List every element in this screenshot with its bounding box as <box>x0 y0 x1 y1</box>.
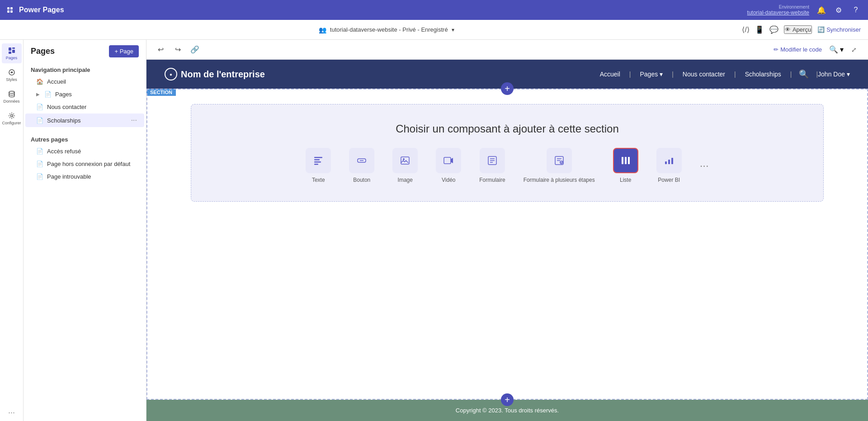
site-info: 👥 tutorial-dataverse-website - Privé - E… <box>31 26 742 33</box>
doc-icon-3: 📄 <box>36 161 43 167</box>
doc-icon-2: 📄 <box>36 148 43 155</box>
add-page-button[interactable]: + Page <box>109 45 139 57</box>
component-chooser: Choisir un composant à ajouter à cette s… <box>191 104 824 202</box>
svg-rect-2 <box>12 50 15 53</box>
user-menu[interactable]: John Doe ▾ <box>818 71 850 78</box>
svg-point-6 <box>10 115 13 117</box>
component-formulaire-etapes[interactable]: Formulaire à plusieurs étapes <box>524 148 595 183</box>
component-formulaire[interactable]: Formulaire <box>479 148 505 183</box>
logo-circle: ● <box>165 68 177 80</box>
site-nav-accueil[interactable]: Accueil <box>591 71 629 78</box>
home-icon: 🏠 <box>36 78 43 85</box>
svg-rect-25 <box>625 157 627 164</box>
page-section-wrapper: SECTION + Choisir un composant à ajouter… <box>146 89 868 400</box>
comment-icon[interactable]: 💬 <box>769 25 778 34</box>
preview-button[interactable]: 👁 Aperçu <box>784 25 812 34</box>
svg-rect-8 <box>314 159 320 161</box>
sidebar-item-accueil[interactable]: 🏠 Accueil <box>25 76 144 88</box>
icon-nav: Pages Styles Données Configurer ··· <box>0 40 24 421</box>
eye-icon: 👁 <box>785 26 791 33</box>
site-nav-scholarships[interactable]: Scholarships <box>736 71 790 78</box>
editor-toolbar: ↩ ↪ 🔗 ✏ Modifier le code 🔍 ▾ ⤢ <box>146 40 868 60</box>
other-pages-label: Autres pages <box>24 132 146 145</box>
component-power-bi[interactable]: Power BI <box>656 148 682 183</box>
environment-label: Environnement tutorial-dataverse-website <box>747 5 809 16</box>
nav-configure[interactable]: Configurer <box>2 109 22 128</box>
svg-rect-3 <box>9 52 11 54</box>
top-bar: Power Pages Environnement tutorial-datav… <box>0 0 868 20</box>
component-liste[interactable]: Liste <box>613 148 638 183</box>
second-bar: 👥 tutorial-dataverse-website - Privé - E… <box>0 20 868 40</box>
expand-icon: ▶ <box>36 92 40 97</box>
nav-pages[interactable]: Pages <box>2 43 22 63</box>
help-icon[interactable]: ? <box>851 5 861 15</box>
component-image[interactable]: Image <box>392 148 418 183</box>
code-icon: ✏ <box>774 46 778 53</box>
svg-point-14 <box>403 158 405 160</box>
more-options-icon[interactable]: ··· <box>8 408 15 417</box>
site-logo: ● Nom de l'entreprise <box>165 68 265 80</box>
redo-button[interactable]: ↪ <box>171 43 184 57</box>
more-components-icon[interactable]: ··· <box>700 159 709 172</box>
site-nav-pages[interactable]: Pages ▾ <box>631 71 672 78</box>
user-dropdown-icon: ▾ <box>847 71 850 78</box>
pages-panel-header: Pages + Page <box>24 45 146 63</box>
search-icon[interactable]: 🔍 <box>792 69 816 79</box>
svg-rect-27 <box>665 161 667 164</box>
sidebar-item-page-introuvable[interactable]: 📄 Page introuvable <box>25 170 144 183</box>
sync-icon: 🔄 <box>817 26 825 33</box>
svg-rect-7 <box>314 157 322 158</box>
svg-rect-24 <box>622 157 623 164</box>
svg-point-5 <box>9 91 14 94</box>
svg-rect-29 <box>671 158 673 164</box>
component-bouton[interactable]: Bouton <box>349 148 374 183</box>
expand-button[interactable]: ⤢ <box>847 43 861 57</box>
pages-panel: Pages + Page Navigation principale 🏠 Acc… <box>24 40 146 421</box>
component-texte[interactable]: Texte <box>306 148 331 183</box>
nav-data[interactable]: Données <box>2 87 22 107</box>
content-section: Choisir un composant à ajouter à cette s… <box>146 89 868 400</box>
nav-main-label: Navigation principale <box>24 63 146 75</box>
svg-rect-10 <box>314 164 318 165</box>
component-list: Texte Bouton <box>306 148 708 183</box>
sidebar-item-scholarships[interactable]: 📄 Scholarships ··· <box>25 114 144 127</box>
editor-area: ● Nom de l'entreprise Accueil | Pages ▾ … <box>146 60 868 421</box>
link-button[interactable]: 🔗 <box>188 43 202 57</box>
svg-rect-0 <box>9 47 11 51</box>
more-icon[interactable]: ··· <box>131 116 137 124</box>
add-section-bottom-button[interactable]: + <box>501 393 514 406</box>
sidebar-item-acces-refuse[interactable]: 📄 Accès refusé <box>25 145 144 157</box>
doc-icon: 📄 <box>36 104 43 110</box>
svg-rect-1 <box>12 47 15 49</box>
zoom-control[interactable]: 🔍 ▾ <box>829 45 844 54</box>
sync-button[interactable]: 🔄 Synchroniser <box>817 26 861 33</box>
app-title: Power Pages <box>19 6 64 14</box>
nav-styles[interactable]: Styles <box>2 65 22 85</box>
mobile-icon[interactable]: 📱 <box>755 25 764 34</box>
component-video[interactable]: Vidéo <box>436 148 461 183</box>
undo-button[interactable]: ↩ <box>154 43 167 57</box>
dropdown-chevron-icon[interactable]: ▾ <box>452 27 454 33</box>
notification-icon[interactable]: 🔔 <box>816 5 826 15</box>
site-icon: 👥 <box>319 26 326 33</box>
edit-code-button[interactable]: ✏ Modifier le code <box>774 46 822 53</box>
site-nav: Accueil | Pages ▾ | Nous contacter | <box>591 69 850 79</box>
doc-icon-4: 📄 <box>36 173 43 180</box>
add-section-top-button[interactable]: + <box>501 82 514 95</box>
doc-active-icon: 📄 <box>36 117 43 124</box>
app-grid-icon[interactable] <box>7 7 14 13</box>
site-nav-nous-contacter[interactable]: Nous contacter <box>674 71 734 78</box>
svg-rect-26 <box>628 157 630 164</box>
pages-dropdown-icon: ▾ <box>660 71 663 78</box>
folder-icon: 📄 <box>44 91 52 98</box>
settings-icon[interactable]: ⚙ <box>834 5 844 15</box>
svg-rect-15 <box>444 157 451 164</box>
embed-icon[interactable]: ⟨/⟩ <box>742 25 749 34</box>
website-preview: ● Nom de l'entreprise Accueil | Pages ▾ … <box>146 60 868 421</box>
svg-rect-28 <box>668 160 670 164</box>
sidebar-item-nous-contacter[interactable]: 📄 Nous contacter <box>25 101 144 113</box>
sidebar-item-pages[interactable]: ▶ 📄 Pages <box>25 88 144 100</box>
main-layout: Pages Styles Données Configurer ··· Page… <box>0 40 868 421</box>
sidebar-item-page-hors-connexion[interactable]: 📄 Page hors connexion par défaut <box>25 158 144 170</box>
svg-rect-9 <box>314 161 321 163</box>
